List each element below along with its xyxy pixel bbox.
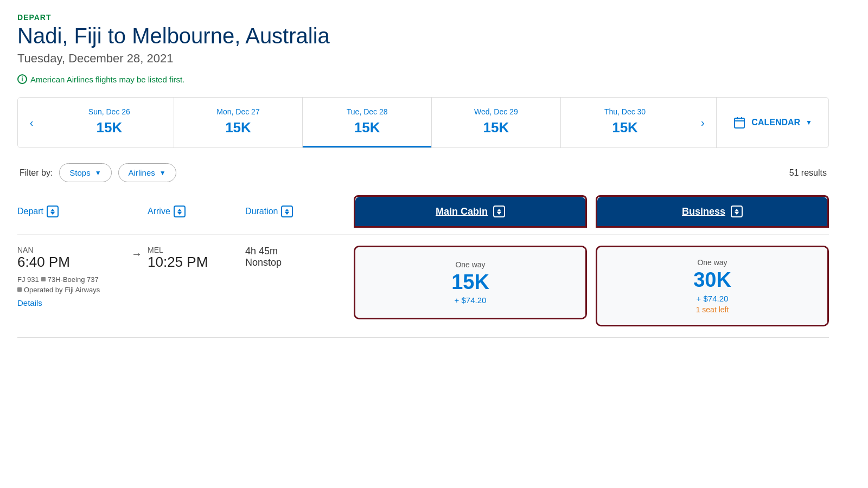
date-tab-price-0: 15K	[50, 119, 168, 136]
operated-dot-icon	[17, 287, 22, 292]
date-tab-price-1: 15K	[180, 119, 297, 136]
route-title: Nadi, Fiji to Melbourne, Australia	[17, 24, 829, 48]
depart-col: NAN 6:40 PM	[17, 246, 126, 270]
results-count: 51 results	[789, 168, 827, 178]
date-tab-label-1: Mon, Dec 27	[180, 107, 297, 116]
depart-sort-icon	[47, 206, 59, 217]
airlines-label: Airlines	[129, 168, 155, 177]
date-tab-1[interactable]: Mon, Dec 27 15K	[174, 98, 303, 147]
main-cabin-wrapper-header: Main Cabin	[354, 195, 587, 228]
depart-time: 6:40 PM	[17, 254, 126, 270]
flight-row: NAN 6:40 PM → MEL 10:25 PM 4h 45m Nonsto…	[17, 235, 829, 338]
duration-col: 4h 45m Nonstop	[245, 246, 354, 268]
calendar-label: CALENDAR	[751, 118, 800, 127]
arrow-col: →	[126, 246, 148, 260]
business-one-way-label: One way	[697, 258, 727, 267]
stops-dropdown[interactable]: Stops ▼	[59, 163, 111, 182]
date-tab-price-4: 15K	[566, 119, 684, 136]
calendar-button[interactable]: CALENDAR ▼	[716, 98, 828, 147]
date-tab-label-3: Wed, Dec 29	[437, 107, 555, 116]
depart-header-label: Depart	[17, 207, 43, 216]
date-tab-label-2: Tue, Dec 28	[308, 107, 426, 116]
business-tax: + $74.20	[697, 294, 729, 303]
duration-header-label: Duration	[245, 207, 278, 216]
business-price-card[interactable]: One way 30K + $74.20 1 seat left	[597, 247, 827, 325]
arrive-sort-button[interactable]: Arrive	[148, 206, 186, 217]
flight-num-text: FJ 931	[17, 275, 39, 284]
date-tab-4[interactable]: Thu, Dec 30 15K	[561, 98, 690, 147]
main-cabin-wrapper[interactable]: One way 15K + $74.20	[354, 246, 587, 319]
main-cabin-tax: + $74.20	[455, 296, 487, 305]
business-price: 30K	[693, 269, 731, 292]
airlines-chevron-icon: ▼	[159, 169, 166, 177]
prev-date-button[interactable]: ‹	[18, 98, 45, 147]
flight-number: FJ 931 73H-Boeing 737	[17, 275, 354, 284]
depart-col-header: Depart	[17, 206, 126, 217]
operated-by: Operated by Fiji Airways	[17, 286, 354, 294]
filter-left: Filter by: Stops ▼ Airlines ▼	[20, 163, 176, 182]
date-tabs: Sun, Dec 26 15K Mon, Dec 27 15K Tue, Dec…	[45, 98, 689, 147]
duration-sort-button[interactable]: Duration	[245, 206, 293, 217]
duration-sort-icon	[281, 206, 293, 217]
date-tab-label-0: Sun, Dec 26	[50, 107, 168, 116]
cabin-cards: One way 15K + $74.20 One way 30K + $74.2…	[354, 246, 829, 326]
cabin-headers: Main Cabin Business	[354, 195, 829, 228]
arrive-code: MEL	[148, 246, 245, 254]
filter-label: Filter by:	[20, 168, 53, 178]
business-header[interactable]: Business	[597, 197, 827, 226]
business-wrapper-header: Business	[596, 195, 829, 228]
next-date-button[interactable]: ›	[689, 98, 716, 147]
operated-by-text: Operated by Fiji Airways	[24, 286, 100, 294]
date-tab-price-2: 15K	[308, 119, 426, 136]
depart-code: NAN	[17, 246, 126, 254]
svg-rect-0	[735, 118, 744, 128]
flight-row-main: NAN 6:40 PM → MEL 10:25 PM 4h 45m Nonsto…	[17, 246, 354, 270]
stops-chevron-icon: ▼	[95, 169, 101, 177]
business-wrapper[interactable]: One way 30K + $74.20 1 seat left	[596, 246, 829, 326]
main-cabin-sort-icon	[493, 206, 505, 217]
results-area: Depart Arrive	[17, 195, 829, 338]
business-header-link[interactable]: Business	[682, 206, 725, 217]
date-selector: ‹ Sun, Dec 26 15K Mon, Dec 27 15K Tue, D…	[17, 97, 829, 148]
flight-left-section: NAN 6:40 PM → MEL 10:25 PM 4h 45m Nonsto…	[17, 246, 354, 326]
calendar-icon	[733, 116, 746, 129]
main-cabin-price-card[interactable]: One way 15K + $74.20	[355, 247, 585, 318]
main-cabin-one-way-label: One way	[455, 260, 485, 269]
stops-label: Stops	[69, 168, 90, 177]
depart-sort-button[interactable]: Depart	[17, 206, 59, 217]
arrive-time: 10:25 PM	[148, 254, 245, 270]
arrive-col-header: Arrive	[148, 206, 245, 217]
details-link[interactable]: Details	[17, 298, 42, 307]
column-headers: Depart Arrive	[17, 195, 829, 235]
arrive-col: MEL 10:25 PM	[148, 246, 245, 270]
main-cabin-header[interactable]: Main Cabin	[355, 197, 585, 226]
dot-icon	[41, 277, 46, 281]
notice-bar: i American Airlines flights may be liste…	[17, 74, 829, 84]
arrive-header-label: Arrive	[148, 207, 170, 216]
notice-text: American Airlines flights may be listed …	[30, 75, 184, 84]
date-subtitle: Tuesday, December 28, 2021	[17, 52, 829, 66]
stops-value: Nonstop	[245, 257, 354, 268]
calendar-chevron-icon: ▼	[806, 119, 812, 126]
business-seats-left: 1 seat left	[696, 305, 729, 314]
flight-meta: FJ 931 73H-Boeing 737 Operated by Fiji A…	[17, 275, 354, 308]
date-tab-price-3: 15K	[437, 119, 555, 136]
info-icon: i	[17, 74, 27, 84]
duration-col-header: Duration	[245, 206, 354, 217]
airlines-dropdown[interactable]: Airlines ▼	[118, 163, 176, 182]
date-tab-label-4: Thu, Dec 30	[566, 107, 684, 116]
depart-label: DEPART	[17, 13, 829, 22]
duration-value: 4h 45m	[245, 246, 354, 257]
date-tab-3[interactable]: Wed, Dec 29 15K	[432, 98, 560, 147]
main-cabin-header-link[interactable]: Main Cabin	[436, 206, 488, 217]
date-tab-2[interactable]: Tue, Dec 28 15K	[303, 98, 431, 147]
filter-bar: Filter by: Stops ▼ Airlines ▼ 51 results	[17, 163, 829, 182]
date-tab-0[interactable]: Sun, Dec 26 15K	[45, 98, 174, 147]
arrive-sort-icon	[174, 206, 186, 217]
business-sort-icon	[731, 206, 743, 217]
aircraft-text: 73H-Boeing 737	[48, 275, 99, 284]
main-cabin-price: 15K	[451, 271, 489, 294]
